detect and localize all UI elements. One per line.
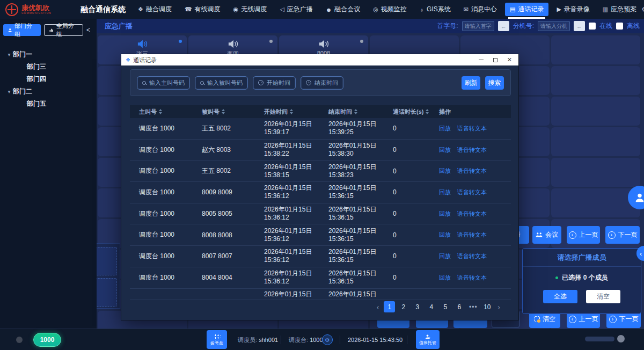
caller-number-input[interactable]: 输入主叫号码 [137,76,190,90]
page-number[interactable]: 3 [412,301,423,312]
nav-item-icon: ♁ [420,6,424,13]
nav-item[interactable]: ☻ 融合会议 [321,3,365,16]
nav-item-icon: ☎ [185,6,192,13]
start-time-input[interactable]: 开始时间 [253,76,296,90]
tree-node[interactable]: 部门五 [0,98,97,110]
playback-link[interactable]: 回放 [439,188,451,196]
refresh-button[interactable]: 刷新 [462,76,480,90]
volume-knob[interactable] [617,335,625,342]
tab-department-group[interactable]: 部门分组 [3,24,41,36]
sort-icon[interactable] [426,109,429,114]
pagination-prev-icon[interactable]: ‹ [375,303,382,311]
nav-item[interactable]: ▤ 通话记录 [505,3,548,16]
settings-gear-icon[interactable]: ⚙ [641,5,644,13]
page-number[interactable]: 10 [481,301,493,312]
transcribe-link[interactable]: 语音转文本 [457,231,487,239]
column-header[interactable]: 被叫号 [202,108,264,116]
tree-node[interactable]: 部门三 [0,61,97,73]
transcribe-link[interactable]: 语音转文本 [457,188,487,196]
offline-checkbox[interactable] [616,23,623,30]
pagination-next-icon[interactable]: › [495,303,502,311]
sidebar-collapse-icon[interactable]: < [86,26,93,34]
cell-start-time: 2026年01月15日 [264,290,328,298]
clear-icon [534,316,540,322]
playback-link[interactable]: 回放 [439,210,451,218]
page-number[interactable]: 5 [440,301,451,312]
column-header[interactable]: 通话时长(s) [393,108,439,116]
page-number[interactable]: 2 [398,301,409,312]
playback-link[interactable]: 回放 [439,125,451,133]
sort-icon[interactable] [290,109,293,114]
modal-minimize-icon[interactable] [479,60,484,61]
chevron-right-icon: › [609,316,617,323]
presence-dot [16,337,23,343]
modal-title-bar[interactable]: ❖ 通话记录 ✕ [121,54,518,65]
extension-input[interactable] [538,21,570,31]
search-button[interactable]: 搜索 [485,76,504,90]
transcribe-link[interactable]: 语音转文本 [457,252,487,260]
select-all-button[interactable]: 全选 [543,290,577,303]
cell-start-time: 2026年01月15日 15:39:17 [264,120,328,136]
prev-page-button[interactable]: ‹ 上一页 [567,226,600,244]
chevron-left-icon: ‹ [569,231,576,239]
first-letter-label: 首字母: [437,21,458,31]
transcribe-link[interactable]: 语音转文本 [457,274,487,282]
tree-node[interactable]: ▾ 部门二 [0,85,97,98]
column-header[interactable]: 开始时间 [264,108,328,116]
transcribe-link[interactable]: 语音转文本 [457,210,487,218]
sort-icon[interactable] [159,109,162,114]
extension-go-button[interactable]: ← [574,21,585,31]
sort-icon[interactable] [222,109,225,114]
playback-link[interactable]: 回放 [439,252,451,260]
nav-item[interactable]: ◉ 无线调度 [229,3,272,16]
playback-link[interactable]: 回放 [439,231,451,239]
callee-number-input[interactable]: 输入被叫号码 [195,76,248,90]
cell-duration: 0 [393,167,439,175]
panel-title: 请选择广播成员 [523,249,641,267]
tree-node[interactable]: ▾ 部门一 [0,48,97,61]
transcribe-link[interactable]: 语音转文本 [457,167,487,175]
page-number[interactable]: 1 [384,301,395,312]
playback-link[interactable]: 回放 [439,167,451,175]
transcribe-link[interactable]: 语音转文本 [457,146,487,154]
tree-node[interactable]: 部门四 [0,73,97,85]
operator-info: 调度员: shh001 [238,336,278,344]
nav-item[interactable]: ♁ GIS系统 [415,3,456,16]
next-page-button[interactable]: › 下一页 [605,226,640,244]
volume-slider[interactable] [585,337,614,341]
duty-hosting-button[interactable]: 值班托管 [416,330,440,349]
nav-item[interactable]: ✉ 消息中心 [459,3,502,16]
tab-global-group[interactable]: 全局分组 [44,24,83,36]
cell-duration: 0 [393,210,439,217]
end-time-input[interactable]: 结束时间 [301,76,343,90]
console-settings-icon[interactable]: ⚙ [322,334,333,345]
nav-item[interactable]: ◁ 应急广播 [275,3,317,16]
column-header[interactable]: 结束时间 [328,108,393,116]
table-row: 调度台 1000 8008 8008 2026年01月15日 15:36:12 … [130,224,511,246]
online-checkbox[interactable] [589,23,596,30]
nav-item[interactable]: ☎ 有线调度 [180,3,225,16]
page-number[interactable]: 4 [426,301,437,312]
dialpad-button[interactable]: 拨号盘 [207,330,227,349]
nav-item[interactable]: ❖ 融合调度 [133,3,177,16]
extension-badge[interactable]: 1000 [33,333,61,347]
first-letter-go-button[interactable]: ← [498,21,509,31]
column-header[interactable]: 操作 [439,108,511,116]
column-header[interactable]: 主叫号 [139,108,202,116]
page-number[interactable]: 6 [453,301,465,312]
clear-button[interactable]: 清空 [586,290,620,303]
page-number[interactable]: ••• [467,301,479,312]
transcribe-link[interactable]: 语音转文本 [457,125,487,133]
nav-item[interactable]: ◎ 视频监控 [368,3,412,16]
playback-link[interactable]: 回放 [439,274,451,282]
nav-item[interactable]: ▥ 应急预案 [598,3,641,16]
modal-maximize-icon[interactable] [493,58,497,62]
meeting-button[interactable]: 会议 [532,226,561,244]
sort-icon[interactable] [354,109,357,114]
modal-close-icon[interactable]: ✕ [507,57,512,63]
status-dot [179,40,182,43]
playback-link[interactable]: 回放 [439,146,451,154]
bar-chart-icon [49,27,54,33]
first-letter-input[interactable] [462,21,494,31]
nav-item[interactable]: ▶ 录音录像 [552,3,594,16]
